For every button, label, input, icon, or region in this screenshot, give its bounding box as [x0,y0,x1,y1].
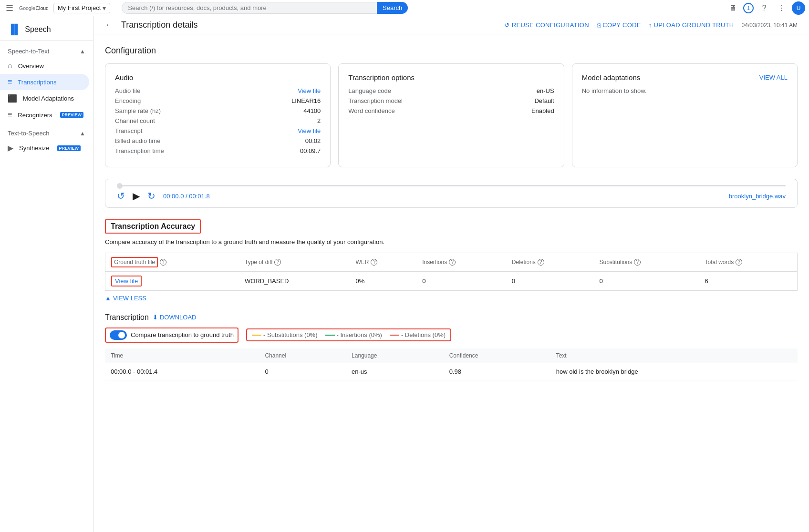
td-insertions: 0 [416,271,506,290]
recognizers-icon: ≡ [8,111,12,119]
td-language: en-us [346,363,444,380]
sidebar-item-transcriptions[interactable]: ≡ Transcriptions [0,74,89,90]
menu-icon[interactable]: ☰ [4,1,15,15]
type-diff-help-icon[interactable]: ? [274,259,281,266]
accuracy-table-row: View file WORD_BASED 0% 0 0 0 6 [105,271,798,290]
th-type-of-diff: Type of diff ? [239,253,350,271]
sidebar-item-model-adaptations[interactable]: ⬛ Model Adaptations [0,90,89,107]
audio-filename[interactable]: brooklyn_bridge.wav [729,193,786,200]
sidebar-item-synthesize[interactable]: ▶ Synthesize PREVIEW [0,140,89,156]
player-controls: ↺ ▶ ↻ 00:00.0 / 00:01.8 brooklyn_bridge.… [117,190,786,202]
text-to-speech-section: Text-to-Speech ▲ ▶ Synthesize PREVIEW [0,125,93,158]
upload-ground-truth-button[interactable]: ↑ UPLOAD GROUND TRUTH [649,21,734,29]
config-row-sample-rate: Sample rate (hz) 44100 [115,107,321,114]
back-button[interactable]: ← [105,20,114,30]
sidebar-item-label: Overview [18,62,44,70]
transcription-section: Transcription ⬇ DOWNLOAD Compare transcr… [105,313,798,380]
svg-text:Google: Google [19,5,35,10]
config-row-language: Language code en-US [348,87,554,94]
sidebar-item-recognizers[interactable]: ≡ Recognizers PREVIEW [0,107,89,123]
progress-track[interactable] [117,185,786,186]
rewind-button[interactable]: ↺ [117,190,125,202]
progress-handle[interactable] [117,183,123,189]
fast-forward-button[interactable]: ↻ [147,190,156,202]
subheader-actions: ↺ REUSE CONFIGURATION ⎘ COPY CODE ↑ UPLO… [504,21,734,29]
reuse-config-button[interactable]: ↺ REUSE CONFIGURATION [504,21,589,29]
wer-help-icon[interactable]: ? [371,259,377,266]
sidebar-item-label: Synthesize [19,144,50,152]
notification-badge[interactable]: 1 [743,3,754,13]
monitor-icon[interactable]: 🖥 [726,1,739,15]
compare-toggle-container: Compare transcription to ground truth [105,327,239,343]
project-selector[interactable]: My First Project ▾ [53,3,110,13]
compare-toggle[interactable] [110,330,127,340]
transcription-title: Transcription [105,313,149,322]
text-to-speech-header[interactable]: Text-to-Speech ▲ [0,127,93,140]
topbar-right-actions: 🖥 1 ? ⋮ U [726,1,805,15]
model-adaptations-card: Model adaptations VIEW ALL No informatio… [572,63,798,167]
total-words-help-icon[interactable]: ? [736,259,742,266]
view-less-button[interactable]: ▲ VIEW LESS [105,295,798,302]
th-ground-truth: Ground truth file ? [105,253,239,271]
synthesize-icon: ▶ [8,143,13,153]
insertions-help-icon[interactable]: ? [449,259,456,266]
ground-truth-view-file-link[interactable]: View file [111,276,142,286]
config-row-transcript: Transcript View file [115,127,321,134]
td-total-words: 6 [699,271,797,290]
configuration-section: Configuration Audio Audio file View file… [105,46,798,167]
th-deletions: Deletions ? [506,253,594,271]
substitutions-help-icon[interactable]: ? [634,259,641,266]
config-row-billed-time: Billed audio time 00:02 [115,137,321,144]
play-button[interactable]: ▶ [133,190,140,202]
accuracy-header: Transcription Accuracy [105,219,798,234]
sidebar: ▐▌ Speech Speech-to-Text ▲ ⌂ Overview ≡ … [0,16,93,532]
transcriptions-icon: ≡ [8,78,12,86]
copy-icon: ⎘ [597,21,601,29]
user-avatar[interactable]: U [792,1,805,15]
help-icon[interactable]: ? [757,1,771,15]
ground-truth-help-icon[interactable]: ? [160,259,166,266]
speech-to-text-header[interactable]: Speech-to-Text ▲ [0,45,93,58]
substitutions-line [252,335,261,336]
td-substitutions: 0 [594,271,699,290]
th-total-words: Total words ? [699,253,797,271]
sidebar-app-header: ▐▌ Speech [0,20,93,41]
td-confidence: 0.98 [444,363,550,380]
collapse-icon: ▲ [80,130,85,137]
config-row-audio-file: Audio file View file [115,87,321,94]
project-name: My First Project [58,4,101,11]
reuse-icon: ↺ [504,21,509,29]
search-button[interactable]: Search [377,2,408,14]
deletions-help-icon[interactable]: ? [538,259,544,266]
transcription-table: Time Channel Language Confidence Text 00… [105,348,798,380]
page-title: Transcription details [121,20,497,30]
td-type-of-diff: WORD_BASED [239,271,350,290]
google-cloud-logo: Google Cloud [19,3,48,13]
sidebar-item-overview[interactable]: ⌂ Overview [0,58,89,74]
search-input[interactable] [122,2,377,14]
audio-file-link[interactable]: View file [298,87,321,94]
audio-player: ↺ ▶ ↻ 00:00.0 / 00:01.8 brooklyn_bridge.… [105,179,798,208]
upload-icon: ↑ [649,21,652,29]
sidebar-item-label: Model Adaptations [23,95,74,102]
td-channel: 0 [259,363,346,380]
accuracy-table: Ground truth file ? Type of diff ? [105,253,798,291]
transcription-options-card: Transcription options Language code en-U… [338,63,564,167]
speech-to-text-section: Speech-to-Text ▲ ⌂ Overview ≡ Transcript… [0,43,93,125]
home-icon: ⌂ [8,61,12,70]
view-all-button[interactable]: VIEW ALL [759,74,788,81]
download-button[interactable]: ⬇ DOWNLOAD [153,314,197,321]
table-row: 00:00.0 - 00:01.4 0 en-us 0.98 how old i… [105,363,798,380]
subheader: ← Transcription details ↺ REUSE CONFIGUR… [93,16,809,34]
th-language: Language [346,348,444,363]
legend-substitutions: - Substitutions (0%) [252,331,317,338]
copy-code-button[interactable]: ⎘ COPY CODE [597,21,641,29]
transcript-link[interactable]: View file [298,127,321,134]
config-row-transcription-time: Transcription time 00:09.7 [115,147,321,154]
transcription-options-title: Transcription options [348,73,554,82]
download-icon: ⬇ [153,314,158,321]
more-options-icon[interactable]: ⋮ [775,1,788,15]
section-title: Speech-to-Text [8,48,49,55]
progress-bar-container [117,185,786,186]
main-content: ← Transcription details ↺ REUSE CONFIGUR… [93,16,809,532]
